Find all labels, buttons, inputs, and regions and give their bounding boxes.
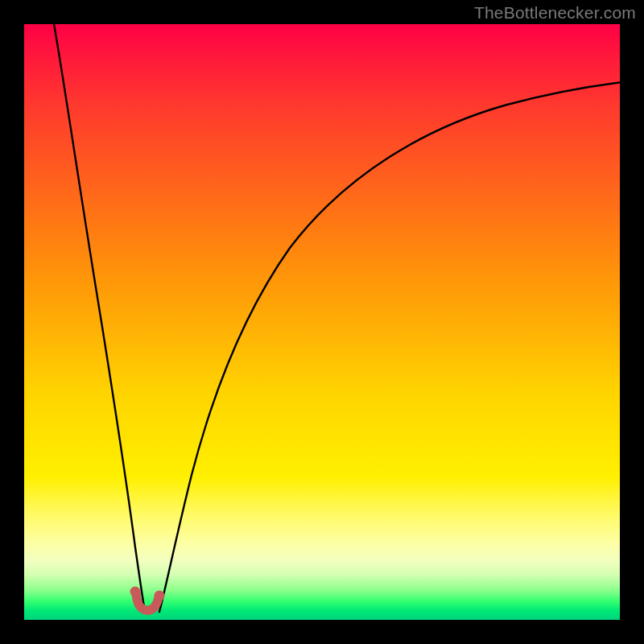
curves-layer	[24, 24, 620, 620]
valley-marker-dot-right	[155, 591, 165, 601]
plot-area	[24, 24, 620, 620]
valley-marker-dot-left	[130, 587, 141, 597]
chart-stage: TheBottlenecker.com	[0, 0, 644, 644]
curve-left-branch	[53, 24, 145, 612]
watermark-text: TheBottlenecker.com	[474, 3, 636, 23]
curve-right-branch	[159, 82, 620, 612]
